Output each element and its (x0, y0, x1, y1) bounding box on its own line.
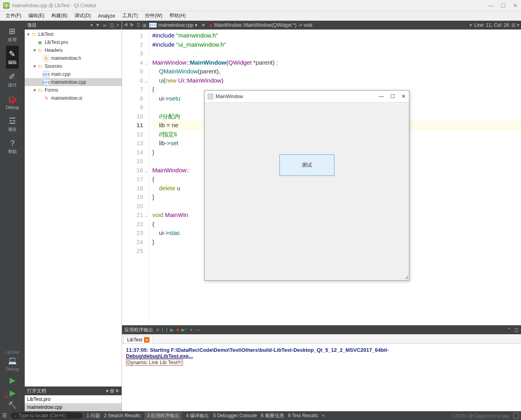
tab-close-icon[interactable]: ✕ (200, 22, 207, 28)
minimize-icon[interactable]: — (488, 2, 493, 9)
child-window[interactable]: MainWindow — ☐ ✕ 测试 ◢ (204, 90, 409, 281)
child-titlebar[interactable]: MainWindow — ☐ ✕ (204, 91, 409, 103)
mode-Debug[interactable]: 🐞Debug (6, 91, 19, 113)
child-maximize-icon[interactable]: ☐ (390, 93, 395, 99)
stop-icon[interactable]: ■ (176, 327, 179, 333)
open-docs-list: LibTest.promainwindow.cpp (25, 395, 122, 411)
run-icon[interactable]: ▶ (10, 374, 16, 386)
menu-t[interactable]: 工具(T) (119, 12, 141, 20)
file-dropdown-icon[interactable]: ▾ (195, 22, 197, 28)
bookmark-icon[interactable]: ▣ (142, 22, 147, 28)
editor-function[interactable]: MainWindow::MainWindow(QWidget *) -> voi… (214, 22, 312, 28)
close-panel-icon[interactable]: ✕ (115, 388, 119, 394)
results-dropdown-icon[interactable]: ▾ (322, 413, 324, 418)
fold-icon[interactable]: ⌄ (145, 167, 148, 176)
fold-icon[interactable]: ⌄ (145, 211, 148, 221)
output-body[interactable]: 11:37:05: Starting F:\DataRec\Code\Demo\… (122, 344, 521, 411)
tree-item-Headers[interactable]: ▾🗀Headers (25, 46, 122, 54)
run-output-icon[interactable]: ▶ (170, 327, 174, 333)
test-button[interactable]: 测试 (279, 154, 334, 176)
tree-item-mainwindow-h[interactable]: hmainwindow.h (25, 54, 122, 62)
nav-back-icon[interactable]: ⯇ (124, 22, 128, 28)
open-doc-LibTest-pro[interactable]: LibTest.pro (25, 395, 122, 403)
fold-icon[interactable]: ⌄ (145, 77, 148, 86)
add-icon[interactable]: + (116, 22, 119, 28)
status-tab-0[interactable]: 1 问题 (87, 412, 100, 419)
search-icon: ⌕ (14, 413, 17, 418)
tree-item-mainwindow-cpp[interactable]: c++mainwindow.cpp (25, 78, 122, 86)
minus-icon[interactable]: — (195, 327, 200, 333)
tree-label: mainwindow.cpp (51, 79, 86, 85)
dropdown-icon[interactable]: ▾ (90, 22, 93, 28)
tab-close-icon[interactable]: ✕ (144, 337, 149, 343)
build-icon[interactable]: 🔨 (8, 399, 17, 411)
split-menu-icon[interactable]: ▾ (517, 22, 519, 28)
nav-list-icon[interactable]: ☰ (136, 22, 141, 28)
panel-toggle-icon[interactable]: ☰ (2, 413, 7, 418)
menu-e[interactable]: 编辑(E) (25, 12, 47, 20)
child-title: MainWindow (216, 94, 379, 99)
project-selector[interactable]: LibTest 💻 Debug (0, 347, 25, 374)
output-tab-label: LibTest (127, 337, 142, 343)
locator-input[interactable]: ⌕ Type to locate (Ctrl+K) (11, 412, 83, 419)
prev-icon[interactable]: ⟨ (161, 327, 163, 333)
tree-item-main-cpp[interactable]: c++main.cpp (25, 70, 122, 78)
debug-run-icon[interactable]: ▶🐞 (10, 386, 16, 399)
child-close-icon[interactable]: ✕ (401, 93, 406, 99)
plus-icon[interactable]: + (190, 327, 193, 333)
status-tab-5[interactable]: 6 概要信息 (261, 412, 284, 419)
collapse-output-icon[interactable]: ⌃ (507, 327, 511, 333)
project-tree[interactable]: ▾🗀LibTest▣LibTest.pro▾🗀Headershmainwindo… (25, 30, 122, 386)
menu-w[interactable]: 控件(W) (142, 12, 165, 20)
tree-item-LibTest-pro[interactable]: ▣LibTest.pro (25, 38, 122, 46)
child-minimize-icon[interactable]: — (379, 93, 384, 99)
fold-icon[interactable]: ⌄ (145, 59, 148, 68)
nav-fwd-icon[interactable]: ⯈ (130, 22, 135, 28)
status-tab-3[interactable]: 4 编译输出 (186, 412, 209, 419)
progress-icon[interactable] (513, 413, 519, 418)
open-doc-mainwindow-cpp[interactable]: mainwindow.cpp (25, 403, 122, 411)
mode-帮助[interactable]: ?帮助 (6, 136, 19, 158)
menu-h[interactable]: 帮助(H) (166, 12, 189, 20)
filter-output-icon[interactable]: ≡ (156, 327, 159, 333)
func-dropdown-icon[interactable]: ▾ (470, 22, 472, 28)
output-tab-libtest[interactable]: LibTest ✕ (124, 336, 153, 343)
status-tab-2[interactable]: 3 应用程序输出 (144, 412, 182, 420)
mode-欢迎[interactable]: ⊞欢迎 (6, 23, 19, 46)
ui-icon: ✎ (43, 95, 49, 101)
menu-analyze[interactable]: Analyze (95, 12, 118, 20)
code-line-5[interactable]: QMainWindow(parent), (152, 67, 521, 76)
mode-设计[interactable]: ✐设计 (6, 69, 19, 91)
status-tab-1[interactable]: 2 Search Results (104, 413, 140, 418)
menu-f[interactable]: 文件(F) (2, 12, 24, 20)
close-icon[interactable]: ✕ (513, 2, 518, 9)
code-line-4[interactable]: MainWindow::MainWindow(QWidget *parent) … (152, 58, 521, 67)
menu-b[interactable]: 构建(B) (48, 12, 71, 20)
status-tab-6[interactable]: 8 Test Results (288, 413, 318, 418)
split-h-icon[interactable]: ⊞ (511, 22, 515, 28)
resize-grip-icon[interactable]: ◢ (405, 274, 408, 280)
cpp-icon: c++ (43, 71, 49, 77)
split-icon[interactable]: ⊞ (110, 388, 114, 394)
menu-d[interactable]: 调试(D) (71, 12, 94, 20)
link-icon[interactable]: ⫘ (102, 22, 107, 28)
code-line-1[interactable]: #include "mainwindow.h" (152, 31, 521, 40)
next-icon[interactable]: ⟩ (166, 327, 168, 333)
code-line-3[interactable] (152, 49, 521, 58)
rerun-icon[interactable]: ▶⁺ (181, 327, 187, 333)
tree-item-mainwindow-ui[interactable]: ✎mainwindow.ui (25, 94, 122, 102)
pin-output-icon[interactable]: ◫ (514, 327, 519, 333)
filter-icon[interactable]: ▼ (95, 22, 100, 28)
mode-项目[interactable]: ☲项目 (6, 113, 19, 136)
tree-item-Forms[interactable]: ▾🗀Forms (25, 86, 122, 94)
editor-filename[interactable]: mainwindow.cpp (158, 22, 193, 28)
tree-item-Sources[interactable]: ▾🗀Sources (25, 62, 122, 70)
code-line-6[interactable]: ui(new Ui::MainWindow) (152, 76, 521, 85)
dropdown-icon[interactable]: ▾ (106, 388, 108, 394)
status-tab-4[interactable]: 5 Debugger Console (213, 413, 257, 418)
tree-item-LibTest[interactable]: ▾🗀LibTest (25, 30, 122, 38)
mode-编辑[interactable]: ✎编辑 (6, 46, 19, 69)
code-line-2[interactable]: #include "ui_mainwindow.h" (152, 40, 521, 49)
split-icon[interactable]: ◫ (110, 22, 114, 28)
maximize-icon[interactable]: ☐ (501, 2, 506, 9)
